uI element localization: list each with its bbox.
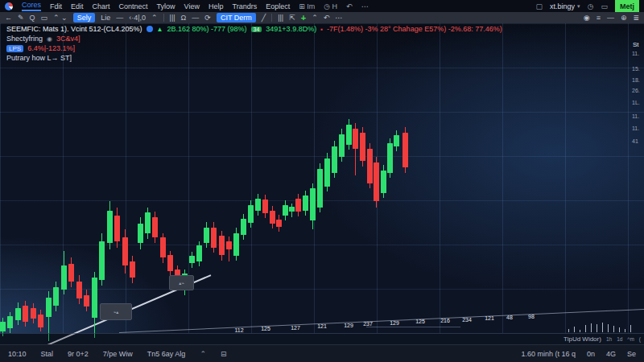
list-icon[interactable]: ≣ xyxy=(633,14,639,22)
green-badge: 34 xyxy=(251,27,262,32)
send-icon[interactable]: ⇱ xyxy=(289,14,295,22)
status-item-2[interactable]: 9r 0+2 xyxy=(68,350,89,358)
caret-up-icon[interactable]: ⌃ xyxy=(312,14,318,22)
workspace-switcher[interactable]: xt.bingy ▾ xyxy=(550,2,580,10)
folder-icon[interactable]: ▭ xyxy=(601,2,608,10)
toolbar-right: ◉ ≡ — ⊕ ≣ xyxy=(584,14,639,22)
workspace-label: xt.bingy xyxy=(550,2,575,10)
triangle-up-icon: ▲ xyxy=(157,26,163,33)
status-se[interactable]: Se xyxy=(627,350,636,358)
menu-item-tylow[interactable]: Tylow xyxy=(157,2,175,10)
status-item-4[interactable]: Tn5 6ay Alg xyxy=(147,350,186,358)
app-logo-icon[interactable] xyxy=(5,2,13,10)
status-time: 10:10 xyxy=(8,350,27,358)
undo-icon[interactable]: ↶ xyxy=(346,2,353,10)
time-axis-row[interactable]: TipUd Widor) 1h 1d ^m ( xyxy=(0,333,644,344)
chat-icon[interactable]: ▭ xyxy=(41,14,48,22)
axis-mini-1h[interactable]: 1h xyxy=(606,336,612,342)
status-stal[interactable]: Stal xyxy=(41,350,54,358)
eye-icon[interactable]: ◉ xyxy=(47,35,52,43)
more-menu-icon[interactable]: ⋯ xyxy=(361,2,369,10)
symbol-title[interactable]: SEEMFIC: Mats 1). Vcint 512-(CL4.205%) xyxy=(6,25,142,33)
panel-toggle-icon[interactable]: ⊟ xyxy=(221,350,227,358)
change-red: -7F(1.48%) -3% 28° Chahage E57%) -2%.68:… xyxy=(327,25,502,33)
axis-mini-1d[interactable]: 1d xyxy=(617,336,622,342)
indicator-2-value: 6.4%|-123.1%] xyxy=(27,44,75,52)
crosshair-icon[interactable]: ⊕ xyxy=(621,14,627,22)
status-bar-right: 1.60 minh (t 16 q 0n 4G Se xyxy=(521,350,636,358)
add-plus-icon[interactable]: + xyxy=(301,13,306,23)
change-green-1: 2B.162 80%) -777 (98%) xyxy=(167,25,246,33)
lps-badge[interactable]: LPS xyxy=(6,45,23,52)
status-bar: 10:10 Stal 9r 0+2 7/pe Wiw Tn5 6ay Alg ⌃… xyxy=(0,344,644,362)
axis-mini-m[interactable]: ^m xyxy=(627,336,634,342)
minus-icon[interactable]: — xyxy=(607,14,614,22)
axis-mini-paren: ( xyxy=(639,336,641,342)
menu-bar-right: ▢ xt.bingy ▾ ◷ ▭ Metj xyxy=(536,0,639,12)
interval-selector[interactable]: ‹·4|,0 xyxy=(129,14,146,22)
info-dot-icon[interactable] xyxy=(147,26,153,32)
refresh-icon[interactable]: ⟳ xyxy=(204,14,211,22)
toolbar-undo-icon[interactable]: ↶ xyxy=(324,14,330,22)
edit-icon[interactable]: ✎ xyxy=(18,14,24,22)
menu-item-view[interactable]: View xyxy=(184,2,200,10)
chart-canvas[interactable] xyxy=(0,23,644,333)
menu-item-contnect[interactable]: Contnect xyxy=(119,2,148,10)
menu-item-chart[interactable]: Chart xyxy=(93,2,110,10)
sely-button[interactable]: Sely xyxy=(73,13,96,23)
menu-item-trandrs[interactable]: Trandrs xyxy=(232,2,257,10)
status-item-3[interactable]: 7/pe Wiw xyxy=(103,350,133,358)
indicator-1-name[interactable]: Shectyfring xyxy=(6,35,43,43)
status-4g[interactable]: 4G xyxy=(606,350,616,358)
toolbar-divider xyxy=(271,14,272,22)
menu-item-edit[interactable]: Edit xyxy=(71,2,84,10)
chart-toolbar: ← ✎ Q ▭ ⌃ ⌄ Sely Lie — ‹·4|,0 ⌃ ||| Ω — … xyxy=(0,12,644,23)
interval-caret-icon[interactable]: ⌃ xyxy=(151,14,158,22)
trading-app-window: Cores Fdit Edit Chart Contnect Tylow Vie… xyxy=(0,0,644,362)
monitor-icon[interactable]: ▢ xyxy=(536,2,543,10)
indicator-3-name[interactable]: Putrary how L→ ST] xyxy=(6,54,72,62)
lie-dropdown[interactable]: Lie xyxy=(101,14,110,22)
legend-row-indicator-1: Shectyfring ◉ 3C&v4] xyxy=(6,34,502,43)
back-arrow-icon[interactable]: ← xyxy=(5,14,12,22)
chevron-down-icon: ▾ xyxy=(577,3,580,10)
dash-icon: — xyxy=(116,14,123,22)
symbol-search-icon[interactable]: Q xyxy=(30,14,35,22)
bars-icon[interactable]: ||| xyxy=(278,14,283,22)
time-axis-label: TipUd Widor) xyxy=(564,335,601,343)
publish-button[interactable]: Metj xyxy=(615,0,639,12)
menu-item-cores[interactable]: Cores xyxy=(22,1,41,11)
dash2-icon[interactable]: — xyxy=(192,14,199,22)
status-range[interactable]: 1.60 minh (t 16 q xyxy=(521,350,576,358)
layout-im-icon[interactable]: ⊞ Im xyxy=(299,2,315,10)
legend-row-indicator-2: LPS 6.4%|-123.1%] xyxy=(6,43,502,53)
layout-icon[interactable]: ≡ xyxy=(597,14,601,22)
trendline-tool-icon[interactable]: ╱ xyxy=(262,14,266,22)
legend-row-symbol: SEEMFIC: Mats 1). Vcint 512-(CL4.205%) ▲… xyxy=(6,24,502,34)
indicator-1-value: 3C&v4] xyxy=(56,35,80,43)
menu-bar: Cores Fdit Edit Chart Contnect Tylow Vie… xyxy=(0,0,644,12)
clock-icon[interactable]: ◷ xyxy=(588,2,594,10)
screenshot-icon[interactable]: ◉ xyxy=(584,14,590,22)
change-green-2: 3491+3.9.8D%) xyxy=(266,25,316,33)
updown-carets-icon[interactable]: ⌃ ⌄ xyxy=(53,14,68,22)
menu-item-help[interactable]: Help xyxy=(208,2,224,10)
person-icon[interactable]: Ω xyxy=(181,14,187,22)
chart-legend: SEEMFIC: Mats 1). Vcint 512-(CL4.205%) ▲… xyxy=(6,24,502,63)
toolbar-divider xyxy=(163,14,164,22)
menu-item-eoplect[interactable]: Eoplect xyxy=(266,2,290,10)
caret-up-icon[interactable]: ⌃ xyxy=(200,350,206,358)
history-icon[interactable]: ◷ H xyxy=(324,2,337,10)
legend-row-indicator-3: Putrary how L→ ST] xyxy=(6,53,502,63)
cit-derm-button[interactable]: CIT Derm xyxy=(217,13,256,23)
columns-icon[interactable]: ||| xyxy=(170,14,175,22)
toolbar-more-icon[interactable]: ⋯ xyxy=(335,14,342,22)
menu-item-fdit[interactable]: Fdit xyxy=(50,2,62,10)
red-square-icon: ▪ xyxy=(320,26,323,33)
status-0n[interactable]: 0n xyxy=(587,350,595,358)
